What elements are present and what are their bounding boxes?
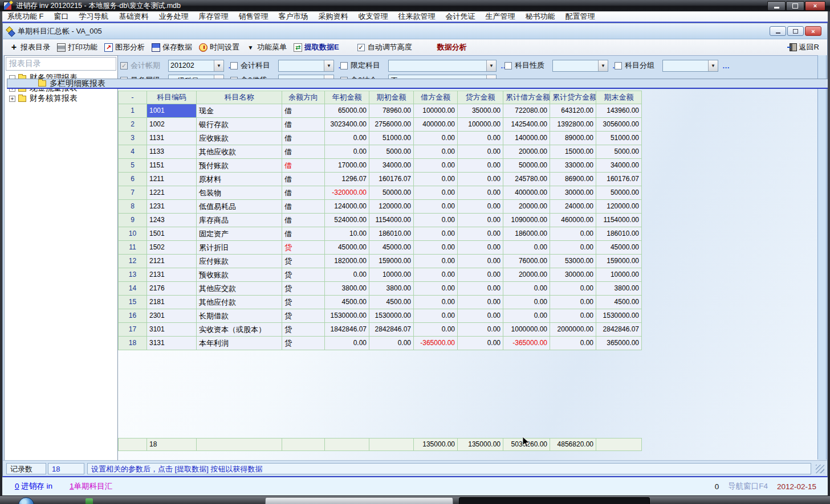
cell-code[interactable]: 1131 [147,132,197,145]
cell-year-begin[interactable]: 524000.00 [325,214,369,227]
cell-code[interactable]: 1221 [147,186,197,200]
cell-year-begin[interactable]: 124000.00 [325,200,369,214]
cell-year-begin[interactable]: 0.00 [325,337,369,350]
cell-credit[interactable]: 0.00 [458,186,503,200]
menu-item[interactable]: 配置管理 [560,11,600,22]
cell-cum-debit[interactable]: 140000.00 [503,132,550,145]
cell-year-begin[interactable]: 17000.00 [325,159,369,173]
cell-code[interactable]: 2131 [147,268,197,282]
cell-direction[interactable]: 借 [282,200,325,214]
cell-cum-credit[interactable]: 89000.00 [550,132,596,145]
filter-checkbox[interactable] [120,62,128,69]
window-link-report[interactable]: 1单期科目汇 [70,481,112,491]
cell-name[interactable]: 本年利润 [197,337,282,350]
menu-item[interactable]: 客户市场 [274,11,314,22]
cell-year-begin[interactable]: 3800.00 [325,282,369,296]
cell-cum-debit[interactable]: 1000000.00 [503,323,550,337]
cell-year-begin[interactable]: -320000.00 [325,186,369,200]
cell-period-begin[interactable]: 34000.00 [369,159,414,173]
filter-combobox[interactable]: 201202 ▼ [168,60,224,72]
table-row[interactable]: 6 1211 原材料 借 1296.07 160176.07 0.00 0.00… [119,173,642,186]
cell-year-begin[interactable]: 10.00 [325,227,369,241]
menu-item[interactable]: 学习导航 [74,11,114,22]
cell-debit[interactable]: 100000.00 [414,104,458,118]
cell-debit[interactable]: 0.00 [414,200,458,214]
cell-credit[interactable]: 0.00 [458,173,503,186]
table-row[interactable]: 7 1221 包装物 借 -320000.00 50000.00 0.00 0.… [119,186,642,200]
menu-item[interactable]: 会计凭证 [441,11,481,22]
row-number[interactable]: 8 [119,200,147,214]
start-button[interactable] [18,497,34,504]
chevron-down-icon[interactable]: ▼ [598,60,608,71]
cell-direction[interactable]: 借 [282,186,325,200]
table-row[interactable]: 17 3101 实收资本（或股本） 贷 1842846.07 2842846.0… [119,323,642,337]
cell-cum-debit[interactable]: 0.00 [503,296,550,309]
cell-debit[interactable]: 0.00 [414,145,458,159]
cell-cum-credit[interactable]: 86900.00 [550,173,596,186]
cell-direction[interactable]: 借 [282,173,325,186]
toolbar-button[interactable]: 打印功能 [54,41,101,54]
cell-cum-credit[interactable]: 0.00 [550,296,596,309]
cell-cum-credit[interactable]: 33000.00 [550,159,596,173]
cell-code[interactable]: 1501 [147,227,197,241]
cell-direction[interactable]: 贷 [282,268,325,282]
cell-direction[interactable]: 贷 [282,255,325,268]
cell-cum-credit[interactable]: 0.00 [550,241,596,255]
toolbar-button[interactable]: 图形分析 [101,41,148,54]
cell-cum-debit[interactable]: 0.00 [503,241,550,255]
cell-direction[interactable]: 借 [282,227,325,241]
cell-period-end[interactable]: 51000.00 [596,132,642,145]
col-header-name[interactable]: 科目名称 [197,91,282,104]
filter-checkbox[interactable] [340,62,348,69]
cell-direction[interactable]: 借 [282,132,325,145]
row-number[interactable]: 4 [119,145,147,159]
cell-cum-credit[interactable]: 0.00 [550,227,596,241]
cell-code[interactable]: 1243 [147,214,197,227]
cell-period-end[interactable]: 365000.00 [596,337,642,350]
data-analysis-label[interactable]: 数据分析 [437,42,467,52]
cell-period-begin[interactable]: 186010.00 [369,227,414,241]
chevron-down-icon[interactable]: ▼ [324,60,333,71]
cell-credit[interactable]: 0.00 [458,145,503,159]
cell-code[interactable]: 2176 [147,282,197,296]
cell-name[interactable]: 低值易耗品 [197,200,282,214]
return-button[interactable]: 返回R [790,42,819,52]
cell-name[interactable]: 长期借款 [197,309,282,323]
row-number[interactable]: 17 [119,323,147,337]
table-row[interactable]: 1 1001 现金 借 65000.00 78960.00 100000.00 … [119,104,642,118]
cell-period-end[interactable]: 4500.00 [596,296,642,309]
cell-period-begin[interactable]: 78960.00 [369,104,414,118]
cell-period-end[interactable]: 143960.00 [596,104,642,118]
cell-cum-debit[interactable]: 722080.00 [503,104,550,118]
col-header-period-begin[interactable]: 期初金额 [369,91,414,104]
cell-direction[interactable]: 借 [282,159,325,173]
child-close-button[interactable]: × [805,26,821,36]
row-number[interactable]: 15 [119,296,147,309]
table-row[interactable]: 15 2181 其他应付款 贷 4500.00 4500.00 0.00 0.0… [119,296,642,309]
cell-period-begin[interactable]: 50000.00 [369,186,414,200]
toolbar-button[interactable]: 报表目录 [6,41,54,54]
menu-item[interactable]: 窗口 [49,11,74,22]
menu-item[interactable]: 秘书功能 [520,11,560,22]
cell-period-begin[interactable]: 120000.00 [369,200,414,214]
filter-combobox[interactable]: ▼ [552,60,608,72]
toolbar-button[interactable]: 保存数据 [148,41,196,54]
table-row[interactable]: 18 3131 本年利润 贷 0.00 0.00 -365000.00 0.00… [119,337,642,350]
cell-credit[interactable]: 100000.00 [458,118,503,132]
cell-year-begin[interactable]: 0.00 [325,132,369,145]
cell-period-end[interactable]: 45000.00 [596,241,642,255]
row-number[interactable]: 13 [119,268,147,282]
cell-period-end[interactable]: 50000.00 [596,186,642,200]
cell-period-end[interactable]: 160176.07 [596,173,642,186]
cell-period-begin[interactable]: 160176.07 [369,173,414,186]
menu-item[interactable]: 往来款管理 [393,11,441,22]
cell-code[interactable]: 1231 [147,200,197,214]
cell-code[interactable]: 1211 [147,173,197,186]
filter-checkbox[interactable] [230,62,238,69]
cell-code[interactable]: 1002 [147,118,197,132]
cell-cum-debit[interactable]: 50000.00 [503,159,550,173]
cell-name[interactable]: 预付账款 [197,159,282,173]
col-header-code[interactable]: 科目编码 [147,91,197,104]
row-number[interactable]: 11 [119,241,147,255]
cell-cum-debit[interactable]: 400000.00 [503,186,550,200]
